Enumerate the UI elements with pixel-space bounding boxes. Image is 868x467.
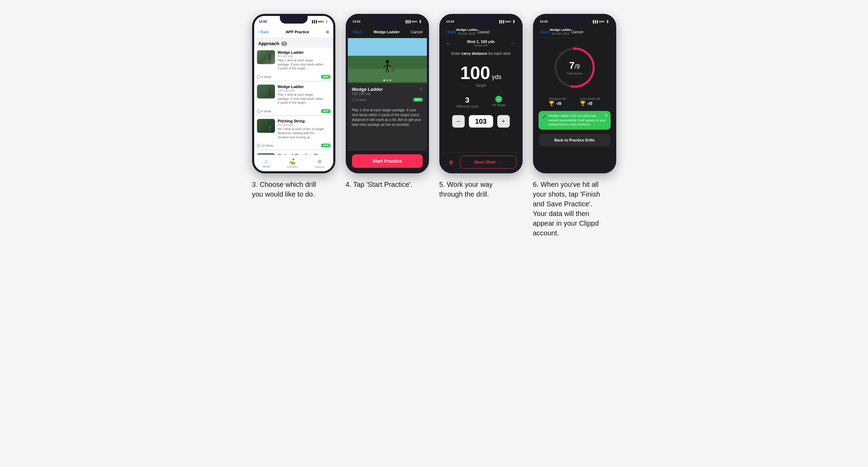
pb-row-4: Previous PB 🏆 -/9 Last month PB 🏆 -/9	[535, 94, 614, 109]
drill-card-4[interactable]: Wedge & Short Iron Play 100-140 yds ☆	[254, 150, 333, 155]
back-chevron-1: ‹	[258, 29, 260, 34]
shots-info-1: 9 shots	[257, 75, 272, 79]
svg-rect-27	[391, 66, 394, 72]
caption-3: 5. Work your way through the drill.	[439, 180, 509, 199]
drill-star-3[interactable]: ☆	[327, 119, 330, 123]
drill-card-3[interactable]: Pitching String 55-100 yds Hit 1 shot at…	[254, 116, 333, 150]
shot-prev-arrow[interactable]: ←	[446, 40, 452, 47]
shot-info-center: Shot 1, 100 yds Score 5/9	[467, 40, 495, 47]
back-label-2: Back	[354, 30, 362, 34]
previous-pb-number: -/9	[556, 101, 561, 106]
section-label-1: Approach	[258, 41, 280, 46]
drill-name-2: Wedge Ladder	[352, 87, 383, 92]
cancel-button-3[interactable]: Cancel	[478, 30, 489, 34]
drill-thumb-img-1	[257, 50, 275, 64]
drill-thumb-img-3	[257, 119, 275, 133]
next-shot-label: Next Shot	[474, 159, 496, 165]
caption-2: 4. Tap 'Start Practice'.	[346, 180, 413, 189]
nav-title-line1-3: Wedge Ladder	[456, 28, 478, 32]
cancel-button-4[interactable]: Cancel	[571, 30, 583, 34]
status-time-4: 13:03	[540, 20, 548, 23]
shot-next-arrow[interactable]: →	[510, 40, 516, 47]
stat-hit-target: ✓ Hit Target	[492, 96, 505, 108]
screen1-content: Approach 7	[254, 38, 333, 155]
tab-capture-label: Capture	[315, 165, 325, 168]
shot-input[interactable]: 103	[469, 115, 493, 128]
back-button-3[interactable]: ‹ Back	[446, 29, 456, 35]
page-container: 13:02 ▐▐▐ WiFi 🔋 ‹ Back APP Practice ≡	[252, 14, 616, 238]
difference-value: 3	[456, 96, 478, 105]
drill-card-1[interactable]: Wedge Ladder 50-100 yds Play 1 shot at e…	[254, 47, 333, 81]
tab-home[interactable]: ⌂ Home	[263, 158, 270, 168]
trophy-icon-1: 🏆	[549, 101, 555, 106]
svg-line-11	[270, 94, 271, 97]
status-icons-4: ▐▐▐ WiFi 🔋	[592, 20, 609, 23]
last-month-pb-value: 🏆 -/9	[580, 101, 600, 106]
drill-info-2: Wedge Ladder 100-140 yds Play 1 shot at …	[278, 85, 324, 105]
drill-star-2[interactable]: ☆	[327, 85, 330, 89]
home-icon: ⌂	[265, 158, 268, 164]
increment-button[interactable]: +	[497, 115, 510, 128]
nav-title-line2-4: 06 Mar 2023	[550, 32, 571, 36]
cancel-button-2[interactable]: Cancel	[411, 30, 422, 34]
toast-text: 'Wedge Ladder (100-140 yds)' was created…	[548, 114, 607, 127]
back-to-drills-button[interactable]: Back to Practice Drills	[539, 134, 611, 146]
stat-difference: 3 Difference (yds)	[456, 96, 478, 108]
tab-activities[interactable]: ⛳ Activities	[287, 158, 298, 168]
nav-bar-3: ‹ Back Wedge Ladder 06 Mar 2023 Cancel	[441, 26, 521, 38]
hero-image-2	[348, 38, 427, 83]
next-shot-button[interactable]: Next Shot →	[460, 156, 516, 168]
tab-capture[interactable]: ⊕ Capture	[315, 158, 325, 168]
next-shot-arrow-icon: →	[497, 159, 502, 165]
svg-point-12	[269, 123, 270, 125]
status-time-3: 13:03	[446, 20, 454, 23]
back-chevron-2: ‹	[352, 29, 353, 34]
carry-instruction-3: Enter carry distance for each shot	[441, 49, 521, 58]
drill-detail-bottom-2: 9 shots APP	[352, 98, 423, 102]
drill-star-1[interactable]: ☆	[327, 50, 330, 55]
signal-icon-2: ▐▐▐	[405, 20, 411, 23]
status-time-1: 13:02	[259, 20, 267, 23]
shots-label-1: 9 shots	[261, 75, 272, 79]
shots-icon-2	[257, 110, 260, 113]
wifi-icon-3: WiFi	[505, 20, 511, 23]
decrement-button[interactable]: −	[452, 115, 465, 128]
score-total: /9	[575, 63, 580, 70]
phone-frame-3: 13:03 ▐▐▐ WiFi 🔋 ‹ Back Wedge Ladder	[439, 14, 523, 173]
golfer-svg-1	[267, 55, 272, 63]
toast-close-button[interactable]: ✕	[604, 113, 608, 118]
start-practice-button[interactable]: Start Practice	[352, 154, 423, 168]
hero-scene-svg	[348, 38, 427, 83]
battery-icon-3: 🔋	[512, 20, 516, 23]
svg-line-17	[270, 129, 271, 131]
drill-thumb-1	[257, 50, 275, 64]
battery-icon-4: 🔋	[606, 20, 609, 23]
score-center: 7/9 Total Score	[567, 60, 582, 75]
wifi-icon-2: WiFi	[412, 20, 418, 23]
drill-card-2[interactable]: Wedge Ladder 100-140 yds Play 1 shot at …	[254, 82, 333, 115]
drill-star-detail-2[interactable]: ☆	[419, 87, 423, 91]
back-button-1[interactable]: ‹ Back	[258, 29, 269, 34]
nav-title-line2-3: 06 Mar 2023	[456, 32, 478, 36]
menu-icon-1[interactable]: ≡	[326, 29, 329, 35]
phone-screen-4: 13:03 ▐▐▐ WiFi 🔋 ‹ Back Wedge Ladder	[535, 16, 614, 171]
input-row-3: − 103 +	[441, 111, 521, 132]
drill-desc-2: Play 1 shot at each target yardage. If y…	[278, 93, 324, 105]
back-button-4[interactable]: ‹ Back	[539, 29, 550, 34]
nav-bar-4: ‹ Back Wedge Ladder 06 Mar 2023 Cancel	[535, 26, 614, 38]
delete-button-3[interactable]: 🗑	[446, 157, 457, 168]
shot-stats-3: 3 Difference (yds) ✓ Hit Target	[441, 93, 521, 111]
phone-notch-2	[373, 16, 401, 24]
status-icons-2: ▐▐▐ WiFi 🔋	[405, 20, 422, 23]
tab-bar-1: ⌂ Home ⛳ Activities ⊕ Capture	[254, 155, 333, 171]
shots-label-2: 9 shots	[261, 110, 272, 113]
target-label-3: Target	[447, 83, 515, 87]
svg-point-21	[386, 60, 389, 63]
nav-bar-2: ‹ Back Wedge Ladder Cancel	[348, 26, 427, 38]
phone-screen-1: 13:02 ▐▐▐ WiFi 🔋 ‹ Back APP Practice ≡	[254, 16, 333, 171]
hit-target-label: Hit Target	[492, 103, 505, 107]
back-button-2[interactable]: ‹ Back	[352, 29, 363, 34]
drill-card-top-3: Pitching String 55-100 yds Hit 1 shot at…	[254, 116, 333, 142]
drill-card-bottom-2: 9 shots APP	[254, 108, 333, 115]
drill-thumb-img-2	[257, 85, 275, 98]
